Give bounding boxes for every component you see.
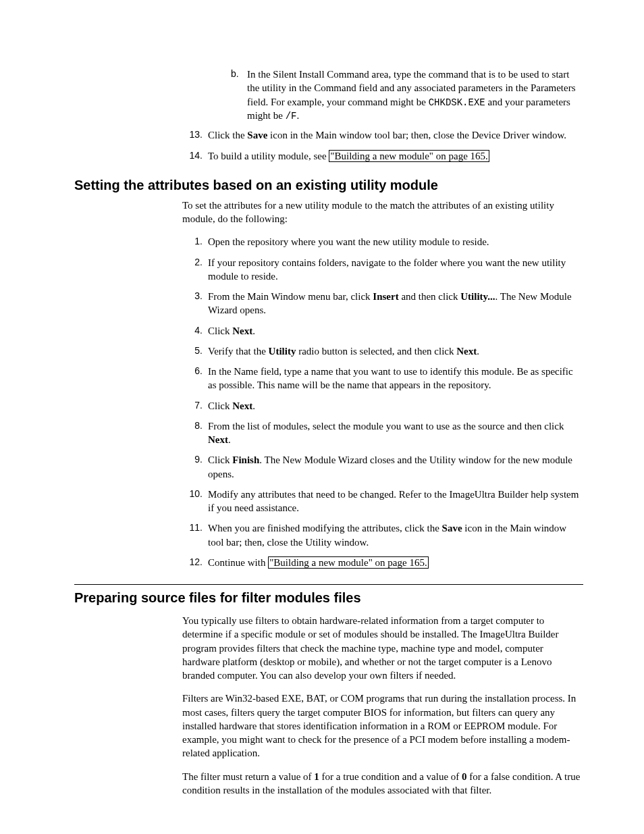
section2-p3: The filter must return a value of 1 for … bbox=[74, 770, 583, 798]
sublist-holder: b. In the Silent Install Command area, t… bbox=[182, 68, 583, 123]
s1-item-5: 5.Verify that the Utility radio button i… bbox=[182, 344, 583, 358]
sub-marker-b: b. bbox=[231, 68, 239, 80]
section1-list: 1.Open the repository where you want the… bbox=[74, 235, 583, 569]
s1-item-7: 7.Click Next. bbox=[182, 399, 583, 413]
s1-item-2: 2.If your repository contains folders, n… bbox=[182, 256, 583, 284]
text: In the Silent Install Command area, type… bbox=[247, 69, 576, 121]
section2-p2: Filters are Win32-based EXE, BAT, or COM… bbox=[74, 692, 583, 760]
heading-setting-attributes: Setting the attributes based on an exist… bbox=[74, 176, 583, 194]
sublist: b. In the Silent Install Command area, t… bbox=[208, 68, 583, 123]
section2-p1: You typically use filters to obtain hard… bbox=[74, 614, 583, 682]
page: b. In the Silent Install Command area, t… bbox=[0, 0, 644, 834]
sub-item-b: b. In the Silent Install Command area, t… bbox=[231, 68, 583, 123]
cross-ref-link[interactable]: "Building a new module" on page 165. bbox=[268, 556, 428, 569]
text: To build a utility module, see "Building… bbox=[208, 150, 489, 162]
item-14: 14. To build a utility module, see "Buil… bbox=[182, 149, 583, 163]
s1-item-11: 11.When you are finished modifying the a… bbox=[182, 521, 583, 549]
text: Click the Save icon in the Main window t… bbox=[208, 130, 566, 140]
s1-item-1: 1.Open the repository where you want the… bbox=[182, 235, 583, 249]
s1-item-8: 8.From the list of modules, select the m… bbox=[182, 419, 583, 447]
marker-14: 14. bbox=[182, 149, 203, 162]
s1-item-12: 12.Continue with "Building a new module"… bbox=[182, 556, 583, 569]
s1-item-9: 9.Click Finish. The New Module Wizard cl… bbox=[182, 453, 583, 481]
marker-13: 13. bbox=[182, 128, 203, 141]
heading-preparing-source-files: Preparing source files for filter module… bbox=[74, 589, 583, 607]
s1-item-3: 3.From the Main Window menu bar, click I… bbox=[182, 290, 583, 317]
section1-intro: To set the attributes for a new utility … bbox=[74, 199, 583, 226]
s1-item-4: 4.Click Next. bbox=[182, 324, 583, 338]
s1-item-6: 6.In the Name field, type a name that yo… bbox=[182, 365, 583, 392]
cross-ref-link[interactable]: "Building a new module" on page 165. bbox=[329, 150, 489, 162]
top-continuation-list: b. In the Silent Install Command area, t… bbox=[74, 68, 583, 163]
item-13: 13. Click the Save icon in the Main wind… bbox=[182, 128, 583, 142]
section-divider bbox=[74, 584, 583, 585]
s1-item-10: 10.Modify any attributes that need to be… bbox=[182, 488, 583, 515]
